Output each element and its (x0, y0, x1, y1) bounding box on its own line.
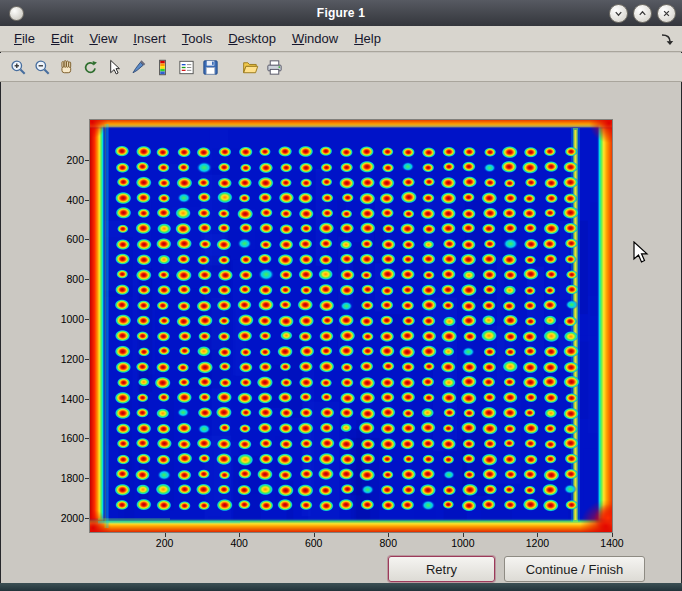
y-tick-label: 800 (34, 273, 84, 285)
dock-figure-icon[interactable] (659, 31, 675, 47)
y-tick-label: 200 (34, 154, 84, 166)
menu-accelerator: H (354, 31, 363, 46)
menu-accelerator: D (228, 31, 237, 46)
y-tick-label: 2000 (34, 512, 84, 524)
y-tick-mark (85, 239, 89, 240)
menu-accelerator: V (89, 31, 97, 46)
continue-finish-button[interactable]: Continue / Finish (504, 556, 645, 582)
titlebar[interactable]: Figure 1 (0, 0, 682, 26)
menu-desktop[interactable]: Desktop (220, 28, 284, 49)
x-tick-mark (463, 533, 464, 537)
window-title: Figure 1 (0, 6, 682, 20)
x-tick-mark (165, 533, 166, 537)
x-tick-mark (537, 533, 538, 537)
menu-accelerator: E (51, 31, 60, 46)
y-tick-label: 400 (34, 194, 84, 206)
save-icon[interactable] (199, 56, 221, 78)
y-tick-mark (85, 518, 89, 519)
y-tick-label: 1000 (34, 313, 84, 325)
y-tick-mark (85, 438, 89, 439)
minimize-button[interactable] (609, 4, 628, 23)
x-tick-label: 1200 (515, 537, 559, 549)
menu-help[interactable]: Help (346, 28, 389, 49)
titlebar-buttons (609, 4, 676, 23)
x-tick-mark (239, 533, 240, 537)
menu-view[interactable]: View (81, 28, 125, 49)
y-tick-label: 1200 (34, 353, 84, 365)
y-tick-mark (85, 478, 89, 479)
pan-icon[interactable] (55, 56, 77, 78)
menu-accelerator: F (14, 31, 22, 46)
y-tick-mark (85, 160, 89, 161)
x-tick-mark (314, 533, 315, 537)
figure-window: Figure 1 FileEditViewInsertToolsDesktopW… (0, 0, 682, 591)
open-icon[interactable] (239, 56, 261, 78)
x-tick-label: 1000 (441, 537, 485, 549)
menu-accelerator: T (182, 31, 189, 46)
data-cursor-icon[interactable] (103, 56, 125, 78)
y-tick-label: 1800 (34, 472, 84, 484)
y-tick-mark (85, 359, 89, 360)
y-tick-mark (85, 319, 89, 320)
brush-icon[interactable] (127, 56, 149, 78)
x-tick-label: 1400 (590, 537, 634, 549)
close-button[interactable] (657, 4, 676, 23)
maximize-button[interactable] (633, 4, 652, 23)
menu-tools[interactable]: Tools (174, 28, 220, 49)
print-icon[interactable] (263, 56, 285, 78)
window-resize-bar[interactable] (0, 583, 682, 591)
toolbar-separator (223, 56, 237, 78)
y-tick-label: 600 (34, 233, 84, 245)
menu-window[interactable]: Window (284, 28, 346, 49)
rotate-3d-icon[interactable] (79, 56, 101, 78)
menu-accelerator: W (292, 31, 304, 46)
insert-legend-icon[interactable] (175, 56, 197, 78)
menu-edit[interactable]: Edit (43, 28, 81, 49)
y-tick-label: 1600 (34, 432, 84, 444)
x-tick-mark (388, 533, 389, 537)
x-tick-label: 400 (217, 537, 261, 549)
menu-file[interactable]: File (6, 28, 43, 49)
menu-accelerator: I (133, 31, 137, 46)
y-tick-mark (85, 399, 89, 400)
y-tick-mark (85, 200, 89, 201)
x-tick-label: 800 (366, 537, 410, 549)
mouse-cursor-icon (633, 241, 649, 269)
x-tick-mark (612, 533, 613, 537)
zoom-out-icon[interactable] (31, 56, 53, 78)
menu-insert[interactable]: Insert (125, 28, 174, 49)
colorbar-icon[interactable] (151, 56, 173, 78)
x-tick-label: 600 (292, 537, 336, 549)
menubar: FileEditViewInsertToolsDesktopWindowHelp (0, 26, 682, 52)
toolbar (0, 53, 682, 82)
retry-button[interactable]: Retry (388, 556, 495, 582)
y-tick-mark (85, 279, 89, 280)
x-tick-label: 200 (143, 537, 187, 549)
heatmap-image[interactable] (90, 120, 612, 532)
zoom-in-icon[interactable] (7, 56, 29, 78)
y-tick-label: 1400 (34, 393, 84, 405)
